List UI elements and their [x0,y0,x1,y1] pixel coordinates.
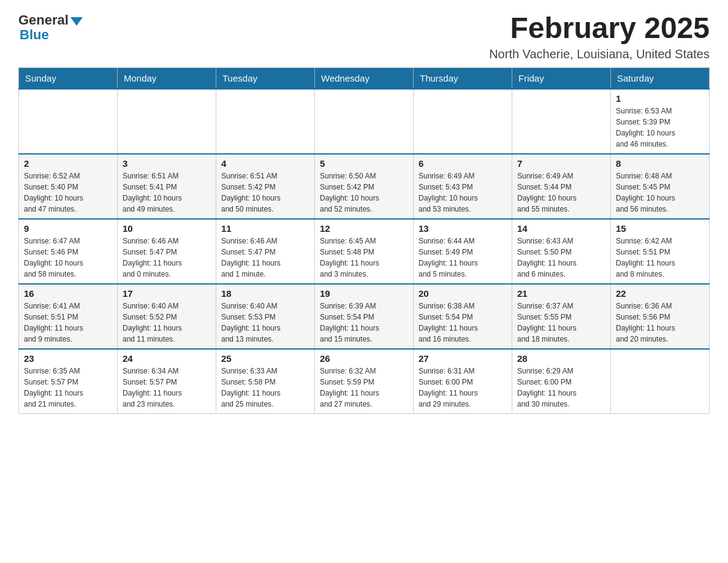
day-info: Sunrise: 6:38 AM Sunset: 5:54 PM Dayligh… [419,301,507,345]
col-monday: Monday [118,67,216,89]
table-row: 10Sunrise: 6:46 AM Sunset: 5:47 PM Dayli… [118,219,216,284]
location-subtitle: North Vacherie, Louisiana, United States [489,47,710,61]
day-info: Sunrise: 6:45 AM Sunset: 5:48 PM Dayligh… [320,236,408,280]
table-row [118,89,216,154]
day-number: 22 [616,288,704,299]
table-row: 2Sunrise: 6:52 AM Sunset: 5:40 PM Daylig… [19,154,118,219]
col-sunday: Sunday [19,67,118,89]
page-header: General Blue February 2025 North Vacheri… [18,12,710,61]
day-number: 3 [123,158,211,169]
day-number: 17 [123,288,211,299]
table-row: 4Sunrise: 6:51 AM Sunset: 5:42 PM Daylig… [216,154,315,219]
day-info: Sunrise: 6:43 AM Sunset: 5:50 PM Dayligh… [517,236,605,280]
day-number: 24 [123,353,211,364]
day-number: 1 [616,93,704,104]
table-row: 5Sunrise: 6:50 AM Sunset: 5:42 PM Daylig… [315,154,414,219]
day-info: Sunrise: 6:49 AM Sunset: 5:43 PM Dayligh… [419,170,507,215]
calendar-header-row: Sunday Monday Tuesday Wednesday Thursday… [19,67,710,89]
calendar-week-row: 1Sunrise: 6:53 AM Sunset: 5:39 PM Daylig… [19,89,710,154]
table-row [315,89,414,154]
day-info: Sunrise: 6:44 AM Sunset: 5:49 PM Dayligh… [419,236,507,280]
day-info: Sunrise: 6:40 AM Sunset: 5:53 PM Dayligh… [221,301,309,345]
table-row: 17Sunrise: 6:40 AM Sunset: 5:52 PM Dayli… [118,284,216,349]
day-info: Sunrise: 6:46 AM Sunset: 5:47 PM Dayligh… [221,236,309,280]
calendar-week-row: 16Sunrise: 6:41 AM Sunset: 5:51 PM Dayli… [19,284,710,349]
day-number: 2 [24,158,112,169]
day-number: 11 [221,223,309,234]
day-number: 26 [320,353,408,364]
day-number: 13 [419,223,507,234]
table-row: 9Sunrise: 6:47 AM Sunset: 5:46 PM Daylig… [19,219,118,284]
day-info: Sunrise: 6:42 AM Sunset: 5:51 PM Dayligh… [616,236,704,280]
day-number: 18 [221,288,309,299]
day-number: 8 [616,158,704,169]
table-row: 27Sunrise: 6:31 AM Sunset: 6:00 PM Dayli… [414,349,512,414]
col-wednesday: Wednesday [315,67,414,89]
table-row: 22Sunrise: 6:36 AM Sunset: 5:56 PM Dayli… [611,284,710,349]
day-number: 16 [24,288,112,299]
day-info: Sunrise: 6:49 AM Sunset: 5:44 PM Dayligh… [517,170,605,215]
day-info: Sunrise: 6:33 AM Sunset: 5:58 PM Dayligh… [221,366,309,410]
table-row: 20Sunrise: 6:38 AM Sunset: 5:54 PM Dayli… [414,284,512,349]
table-row: 16Sunrise: 6:41 AM Sunset: 5:51 PM Dayli… [19,284,118,349]
day-info: Sunrise: 6:52 AM Sunset: 5:40 PM Dayligh… [24,170,112,215]
table-row [216,89,315,154]
table-row: 12Sunrise: 6:45 AM Sunset: 5:48 PM Dayli… [315,219,414,284]
table-row: 14Sunrise: 6:43 AM Sunset: 5:50 PM Dayli… [512,219,611,284]
table-row [512,89,611,154]
table-row [19,89,118,154]
day-info: Sunrise: 6:50 AM Sunset: 5:42 PM Dayligh… [320,170,408,215]
day-number: 19 [320,288,408,299]
day-number: 7 [517,158,605,169]
table-row: 25Sunrise: 6:33 AM Sunset: 5:58 PM Dayli… [216,349,315,414]
day-number: 28 [517,353,605,364]
day-number: 15 [616,223,704,234]
table-row: 26Sunrise: 6:32 AM Sunset: 5:59 PM Dayli… [315,349,414,414]
day-info: Sunrise: 6:51 AM Sunset: 5:42 PM Dayligh… [221,170,309,215]
day-number: 9 [24,223,112,234]
table-row [414,89,512,154]
day-number: 12 [320,223,408,234]
day-number: 25 [221,353,309,364]
day-info: Sunrise: 6:51 AM Sunset: 5:41 PM Dayligh… [123,170,211,215]
calendar-table: Sunday Monday Tuesday Wednesday Thursday… [18,67,710,414]
table-row: 6Sunrise: 6:49 AM Sunset: 5:43 PM Daylig… [414,154,512,219]
table-row: 23Sunrise: 6:35 AM Sunset: 5:57 PM Dayli… [19,349,118,414]
logo-general-text: General [18,12,69,28]
col-friday: Friday [512,67,611,89]
logo: General Blue [18,12,83,43]
table-row: 18Sunrise: 6:40 AM Sunset: 5:53 PM Dayli… [216,284,315,349]
table-row: 24Sunrise: 6:34 AM Sunset: 5:57 PM Dayli… [118,349,216,414]
day-number: 14 [517,223,605,234]
calendar-week-row: 2Sunrise: 6:52 AM Sunset: 5:40 PM Daylig… [19,154,710,219]
day-info: Sunrise: 6:46 AM Sunset: 5:47 PM Dayligh… [123,236,211,280]
calendar-week-row: 9Sunrise: 6:47 AM Sunset: 5:46 PM Daylig… [19,219,710,284]
table-row: 3Sunrise: 6:51 AM Sunset: 5:41 PM Daylig… [118,154,216,219]
day-info: Sunrise: 6:37 AM Sunset: 5:55 PM Dayligh… [517,301,605,345]
day-info: Sunrise: 6:29 AM Sunset: 6:00 PM Dayligh… [517,366,605,410]
day-info: Sunrise: 6:39 AM Sunset: 5:54 PM Dayligh… [320,301,408,345]
day-number: 5 [320,158,408,169]
table-row: 19Sunrise: 6:39 AM Sunset: 5:54 PM Dayli… [315,284,414,349]
day-info: Sunrise: 6:34 AM Sunset: 5:57 PM Dayligh… [123,366,211,410]
day-number: 20 [419,288,507,299]
day-number: 23 [24,353,112,364]
col-tuesday: Tuesday [216,67,315,89]
table-row: 15Sunrise: 6:42 AM Sunset: 5:51 PM Dayli… [611,219,710,284]
calendar-week-row: 23Sunrise: 6:35 AM Sunset: 5:57 PM Dayli… [19,349,710,414]
day-info: Sunrise: 6:31 AM Sunset: 6:00 PM Dayligh… [419,366,507,410]
table-row: 28Sunrise: 6:29 AM Sunset: 6:00 PM Dayli… [512,349,611,414]
logo-arrow-icon [70,17,83,26]
table-row: 13Sunrise: 6:44 AM Sunset: 5:49 PM Dayli… [414,219,512,284]
day-info: Sunrise: 6:36 AM Sunset: 5:56 PM Dayligh… [616,301,704,345]
day-info: Sunrise: 6:32 AM Sunset: 5:59 PM Dayligh… [320,366,408,410]
day-info: Sunrise: 6:47 AM Sunset: 5:46 PM Dayligh… [24,236,112,280]
day-info: Sunrise: 6:53 AM Sunset: 5:39 PM Dayligh… [616,105,704,150]
col-thursday: Thursday [414,67,512,89]
logo-blue-text: Blue [20,27,49,43]
table-row: 11Sunrise: 6:46 AM Sunset: 5:47 PM Dayli… [216,219,315,284]
day-info: Sunrise: 6:40 AM Sunset: 5:52 PM Dayligh… [123,301,211,345]
col-saturday: Saturday [611,67,710,89]
day-info: Sunrise: 6:48 AM Sunset: 5:45 PM Dayligh… [616,170,704,215]
month-title: February 2025 [489,12,710,45]
